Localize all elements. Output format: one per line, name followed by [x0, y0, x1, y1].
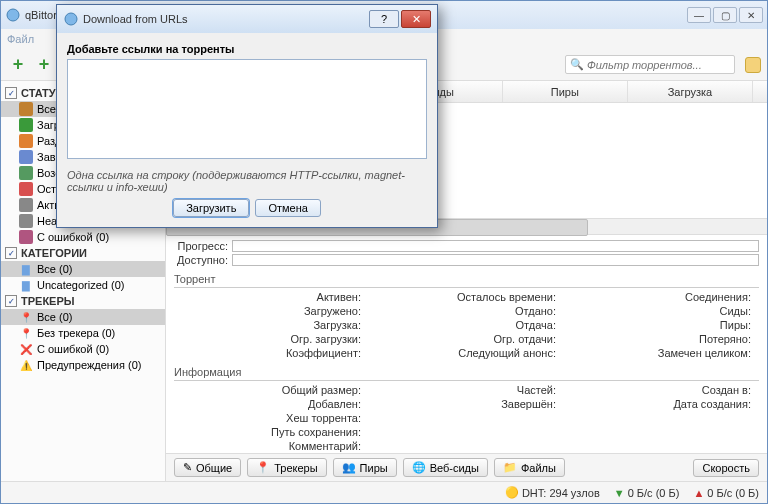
svg-point-1: [65, 13, 77, 25]
dialog-title: Download from URLs: [83, 13, 369, 25]
dialog-hint: Одна ссылка на строку (поддерживаются HT…: [67, 169, 427, 193]
dialog-close-button[interactable]: ✕: [401, 10, 431, 28]
dialog-help-button[interactable]: ?: [369, 10, 399, 28]
dialog-titlebar: Download from URLs ? ✕: [57, 5, 437, 33]
app-icon: [63, 11, 79, 27]
download-urls-dialog: Download from URLs ? ✕ Добавьте ссылки н…: [56, 4, 438, 228]
dialog-overlay: Download from URLs ? ✕ Добавьте ссылки н…: [0, 0, 768, 504]
dialog-label: Добавьте ссылки на торренты: [67, 43, 427, 55]
download-button[interactable]: Загрузить: [173, 199, 249, 217]
cancel-button[interactable]: Отмена: [255, 199, 320, 217]
urls-textarea[interactable]: [67, 59, 427, 159]
